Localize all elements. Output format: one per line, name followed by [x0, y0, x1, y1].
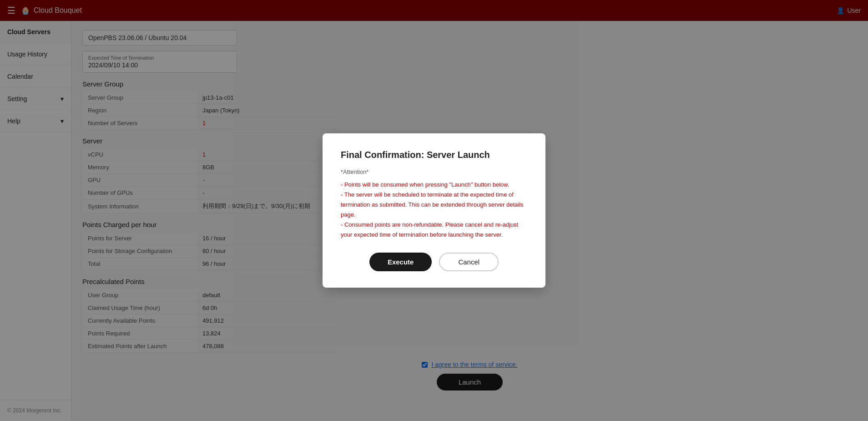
cancel-button[interactable]: Cancel	[439, 253, 499, 271]
execute-button[interactable]: Execute	[369, 253, 432, 271]
modal-point-item: - Consumed points are non-refundable. Pl…	[341, 220, 527, 240]
modal-attention: *Attention*	[341, 168, 527, 175]
modal-buttons: Execute Cancel	[341, 253, 527, 271]
modal-title: Final Confirmation: Server Launch	[341, 150, 527, 160]
modal: Final Confirmation: Server Launch *Atten…	[323, 133, 545, 288]
modal-points-text: - Points will be consumed when pressing …	[341, 180, 527, 240]
modal-point-item: - The server will be scheduled to termin…	[341, 190, 527, 220]
modal-overlay: Final Confirmation: Server Launch *Atten…	[0, 0, 868, 421]
modal-point-item: - Points will be consumed when pressing …	[341, 180, 527, 190]
